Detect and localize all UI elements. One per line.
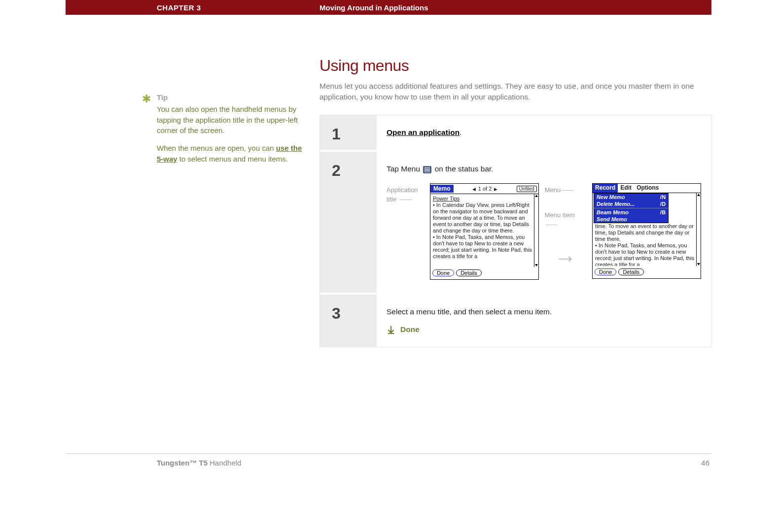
tip-block: ✱ Tip You can also open the handheld men… [157, 92, 305, 165]
memo-app-screenshot: Memo ◀ 1 of 2 ▶ Unfiled Power Tips • In … [430, 183, 539, 280]
tip-label: Tip [157, 92, 305, 103]
menu-options: Options [634, 184, 661, 193]
menu-record: Record [593, 184, 618, 193]
memo-body-text: • In Calendar Day View, press Left/Right… [433, 202, 532, 259]
done-arrow-icon [387, 325, 395, 334]
record-dropdown: New Memo/N Delete Memo.../D Beam Memo/B … [594, 193, 669, 223]
step-number: 2 [320, 152, 377, 293]
step-3: 3 Select a menu title, and then select a… [320, 295, 711, 347]
scrollbar [534, 194, 538, 267]
chapter-label: CHAPTER 3 [66, 3, 319, 12]
scrollbar [696, 193, 701, 266]
step-number: 1 [320, 115, 377, 150]
menu-bar: Record Edit Options [593, 184, 701, 193]
memo-done-button: Done [432, 269, 454, 276]
step-1: 1 Open an application. [320, 115, 711, 152]
memo-app-title: Memo [430, 185, 454, 193]
page-footer: Tungsten™ T5 Handheld 46 [66, 453, 711, 473]
done-marker: Done [387, 325, 701, 334]
step-number: 3 [320, 295, 377, 347]
menu-edit: Edit [618, 184, 634, 193]
tip-paragraph-2: When the menus are open, you can use the… [157, 143, 305, 165]
memo-details-button: Details [618, 268, 644, 275]
section-intro: Menus let you access additional features… [319, 81, 711, 102]
tip-star-icon: ✱ [142, 91, 151, 107]
chapter-title: Moving Around in Applications [319, 3, 428, 12]
step-2-instruction: Tap Menu on the status bar. [387, 165, 701, 173]
page-number: 46 [701, 459, 711, 467]
section-heading: Using menus [319, 57, 711, 75]
steps-container: 1 Open an application. 2 Tap Menu [319, 115, 711, 347]
memo-pager: ◀ 1 of 2 ▶ [454, 186, 517, 192]
memo-title: Power Tips [433, 196, 459, 201]
callout-leader-line [400, 200, 412, 200]
step-2: 2 Tap Menu on the status bar. [320, 152, 711, 295]
chapter-header: CHAPTER 3 Moving Around in Applications [66, 0, 711, 15]
open-application-link[interactable]: Open an application [387, 128, 459, 136]
callout-application-title: Application title [387, 186, 418, 203]
memo-done-button: Done [595, 268, 616, 275]
callout-menu: Menu [545, 186, 561, 194]
tip-paragraph-1: You can also open the handheld menus by … [157, 104, 305, 136]
memo-app-menu-screenshot: Record Edit Options New Memo/N Delete Me… [592, 183, 701, 279]
memo-category: Unfiled [517, 186, 537, 192]
step-2-figure: Application title Memo ◀ 1 of 2 ▶ Unfile… [387, 183, 701, 280]
menu-icon [423, 166, 431, 173]
callout-menu-item: Menu item [545, 211, 575, 219]
memo-details-button: Details [456, 269, 482, 276]
arrow-right-icon: → [554, 244, 577, 271]
memo-body-text-2: time. To move an event to another day or… [595, 223, 694, 266]
step-3-instruction: Select a menu title, and then select a m… [387, 307, 701, 316]
product-name: Tungsten™ T5 Handheld [66, 459, 241, 467]
